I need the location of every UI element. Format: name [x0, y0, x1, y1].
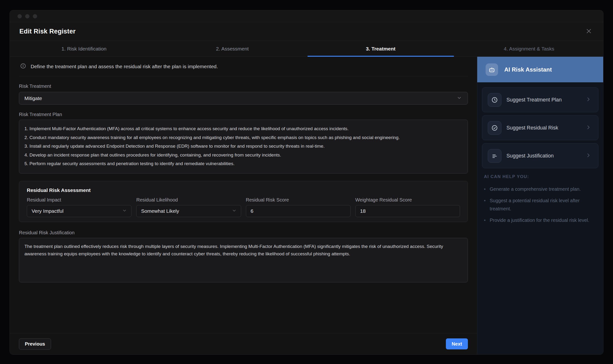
clock-icon [488, 93, 501, 107]
risk-treatment-select[interactable]: Mitigate [19, 92, 468, 104]
tab-assessment[interactable]: 2. Assessment [158, 41, 307, 56]
plan-line: 2. Conduct mandatory security awareness … [25, 133, 462, 142]
ai-assistant-header: AI Risk Assistant [477, 57, 603, 82]
help-item-text: Suggest a potential residual risk level … [490, 196, 596, 213]
residual-impact-value: Very Impactful [32, 208, 64, 214]
list-item: • Generate a comprehensive treatment pla… [484, 185, 596, 193]
treatment-form: Define the treatment plan and assess the… [10, 57, 477, 354]
window-chrome [10, 10, 603, 22]
bot-icon [486, 64, 498, 76]
weightage-residual-score-field: Weightage Residual Score [355, 197, 460, 217]
bullet-icon: • [484, 196, 486, 213]
chevron-down-icon [457, 95, 462, 102]
residual-risk-score-field: Residual Risk Score [246, 197, 351, 217]
weightage-residual-score-input[interactable] [360, 208, 455, 214]
residual-risk-score-input-wrap [246, 205, 351, 217]
residual-assessment-title: Residual Risk Assessment [27, 187, 460, 193]
ai-action-list: Suggest Treatment Plan Suggest Residual … [477, 82, 603, 171]
risk-treatment-plan-label: Risk Treatment Plan [19, 112, 468, 117]
chevron-right-icon [586, 125, 591, 131]
residual-justification-textarea[interactable]: The treatment plan outlined effectively … [19, 238, 468, 282]
residual-impact-select[interactable]: Very Impactful [27, 205, 132, 217]
dialog-header: Edit Risk Register [10, 22, 603, 41]
tab-label: 4. Assignment & Tasks [504, 46, 554, 52]
residual-impact-label: Residual Impact [27, 197, 132, 203]
tab-label: 1. Risk Identification [62, 46, 107, 52]
tab-label: 2. Assessment [216, 46, 249, 52]
dialog-title: Edit Risk Register [19, 28, 76, 35]
info-icon [20, 63, 26, 70]
chevron-right-icon [586, 97, 591, 103]
tab-label: 3. Treatment [366, 46, 396, 52]
ai-help-title: AI CAN HELP YOU: [484, 174, 596, 179]
residual-risk-assessment-card: Residual Risk Assessment Residual Impact… [19, 181, 468, 222]
action-label: Suggest Treatment Plan [506, 97, 586, 103]
residual-impact-field: Residual Impact Very Impactful [27, 197, 132, 217]
list-item: • Provide a justification for the residu… [484, 216, 596, 224]
weightage-residual-score-input-wrap [355, 205, 460, 217]
residual-justification-text: The treatment plan outlined effectively … [25, 244, 443, 256]
window-dot-icon [25, 14, 29, 18]
window-dot-icon [17, 14, 22, 18]
ai-help-list: • Generate a comprehensive treatment pla… [484, 185, 596, 224]
action-label: Suggest Residual Risk [506, 125, 586, 131]
residual-justification-label: Residual Risk Justification [19, 230, 468, 235]
chevron-down-icon [122, 208, 127, 214]
residual-risk-score-label: Residual Risk Score [246, 197, 351, 203]
help-item-text: Generate a comprehensive treatment plan. [490, 185, 581, 193]
plan-line: 5. Perform regular security assessments … [25, 159, 462, 168]
residual-assessment-grid: Residual Impact Very Impactful Residual … [27, 197, 460, 217]
suggest-residual-risk-button[interactable]: Suggest Residual Risk [482, 115, 598, 140]
info-banner-text: Define the treatment plan and assess the… [31, 64, 218, 69]
residual-likelihood-select[interactable]: Somewhat Likely [136, 205, 241, 217]
help-item-text: Provide a justification for the residual… [490, 216, 589, 224]
plan-line: 3. Install and regularly update advanced… [25, 142, 462, 151]
next-button[interactable]: Next [446, 338, 468, 349]
ai-risk-assistant-panel: AI Risk Assistant Suggest Treatment Plan [477, 57, 603, 354]
check-circle-icon [488, 121, 501, 135]
ai-assistant-title: AI Risk Assistant [504, 66, 552, 73]
edit-risk-register-dialog: Edit Risk Register 1. Risk Identificatio… [10, 10, 603, 355]
align-left-icon [488, 149, 501, 163]
previous-button[interactable]: Previous [19, 338, 51, 350]
screen: Edit Risk Register 1. Risk Identificatio… [0, 0, 613, 364]
residual-likelihood-value: Somewhat Likely [141, 208, 179, 214]
wizard-tab-bar: 1. Risk Identification 2. Assessment 3. … [10, 41, 603, 57]
dialog-body: Define the treatment plan and assess the… [10, 57, 603, 354]
plan-line: 4. Develop an incident response plan tha… [25, 151, 462, 160]
close-icon [586, 28, 592, 35]
bullet-icon: • [484, 216, 486, 224]
window-dot-icon [33, 14, 37, 18]
dialog-footer: Previous Next [10, 333, 477, 354]
plan-line: 1. Implement Multi-Factor Authentication… [25, 124, 462, 133]
chevron-right-icon [586, 153, 591, 159]
residual-likelihood-label: Residual Likelihood [136, 197, 241, 203]
ai-help-section: AI CAN HELP YOU: • Generate a comprehens… [477, 171, 603, 228]
close-button[interactable] [584, 27, 594, 36]
action-label: Suggest Justification [506, 153, 586, 159]
risk-treatment-plan-textarea[interactable]: 1. Implement Multi-Factor Authentication… [19, 120, 468, 173]
chevron-down-icon [232, 208, 237, 214]
active-tab-indicator [307, 56, 454, 57]
residual-risk-score-input[interactable] [251, 208, 346, 214]
tab-treatment[interactable]: 3. Treatment [306, 41, 455, 56]
risk-treatment-value: Mitigate [25, 95, 42, 101]
treatment-form-content: Define the treatment plan and assess the… [10, 57, 477, 333]
residual-likelihood-field: Residual Likelihood Somewhat Likely [136, 197, 241, 217]
suggest-treatment-plan-button[interactable]: Suggest Treatment Plan [482, 87, 598, 112]
tab-assignment-tasks[interactable]: 4. Assignment & Tasks [455, 41, 603, 56]
suggest-justification-button[interactable]: Suggest Justification [482, 143, 598, 168]
list-item: • Suggest a potential residual risk leve… [484, 196, 596, 213]
weightage-residual-score-label: Weightage Residual Score [355, 197, 460, 203]
risk-treatment-label: Risk Treatment [19, 84, 468, 89]
info-banner: Define the treatment plan and assess the… [19, 57, 468, 76]
tab-risk-identification[interactable]: 1. Risk Identification [10, 41, 158, 56]
bullet-icon: • [484, 185, 486, 193]
